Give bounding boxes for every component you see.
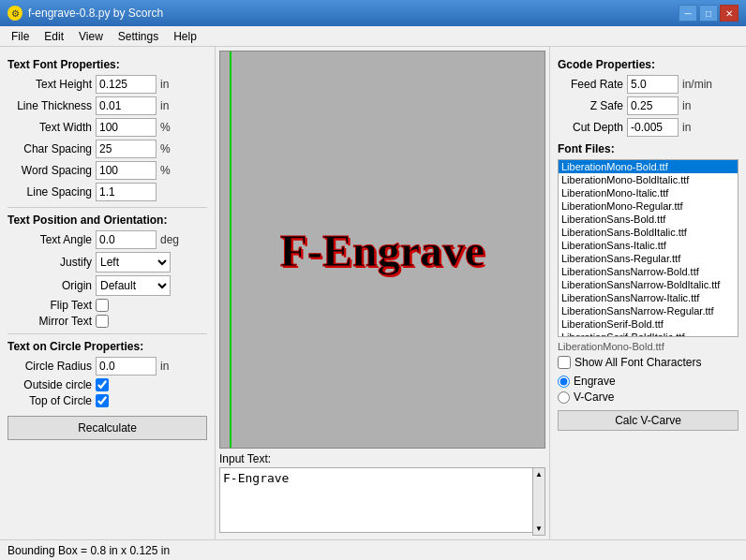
menu-help[interactable]: Help [166, 28, 204, 45]
title-text: f-engrave-0.8.py by Scorch [28, 7, 163, 20]
thickness-label: Line Thickness [7, 99, 92, 112]
menu-bar: File Edit View Settings Help [0, 26, 746, 47]
text-angle-label: Text Angle [7, 233, 92, 246]
circle-radius-label: Circle Radius [7, 360, 92, 373]
text-height-input[interactable] [96, 75, 157, 94]
text-scrollbar[interactable]: ▲ ▼ [532, 467, 545, 536]
right-panel: Gcode Properties: Feed Rate in/min Z Saf… [549, 47, 746, 539]
green-line [230, 52, 231, 448]
text-height-unit: in [160, 78, 169, 91]
title-bar-left: ⚙ f-engrave-0.8.py by Scorch [7, 6, 163, 21]
line-spacing-label: Line Spacing [7, 185, 92, 199]
feed-rate-unit: in/min [682, 78, 712, 91]
left-panel: Text Font Properties: Text Height in Lin… [0, 47, 216, 539]
flip-text-checkbox[interactable] [96, 299, 109, 312]
z-safe-unit: in [682, 99, 691, 112]
origin-label: Origin [7, 279, 92, 292]
font-listbox-item[interactable]: LiberationSans-BoldItalic.ttf [559, 226, 738, 239]
recalculate-button[interactable]: Recalculate [7, 416, 207, 440]
flip-text-label: Flip Text [7, 299, 92, 312]
text-angle-unit: deg [160, 233, 179, 246]
engrave-radio-row: Engrave [558, 375, 739, 388]
feed-rate-row: Feed Rate in/min [558, 75, 739, 94]
font-listbox-item[interactable]: LiberationSansNarrow-Regular.ttf [559, 304, 738, 317]
z-safe-row: Z Safe in [558, 96, 739, 115]
text-angle-input[interactable] [96, 230, 157, 249]
preview-text: F-Engrave [280, 224, 485, 275]
outside-circle-checkbox[interactable] [96, 378, 109, 391]
vcarve-radio-row: V-Carve [558, 391, 739, 404]
top-of-circle-checkbox[interactable] [96, 394, 109, 407]
z-safe-input[interactable] [627, 96, 679, 115]
show-chars-row: Show All Font Characters [558, 356, 739, 369]
font-listbox-item[interactable]: LiberationMono-BoldItalic.ttf [559, 173, 738, 186]
circle-radius-input[interactable] [96, 357, 157, 376]
text-width-input[interactable] [96, 118, 157, 137]
vcarve-radio[interactable] [558, 391, 570, 404]
close-button[interactable]: ✕ [720, 5, 739, 22]
font-listbox-item[interactable]: LiberationSerif-BoldItalic.ttf [559, 331, 738, 337]
main-content: Text Font Properties: Text Height in Lin… [0, 47, 746, 539]
font-listbox-item[interactable]: LiberationSansNarrow-Italic.ttf [559, 291, 738, 304]
font-listbox-item[interactable]: LiberationSansNarrow-Bold.ttf [559, 265, 738, 278]
top-of-circle-label: Top of Circle [7, 394, 92, 407]
engrave-radio[interactable] [558, 376, 570, 388]
outside-circle-label: Outside circle [7, 378, 92, 391]
font-listbox-item[interactable]: LiberationMono-Regular.ttf [559, 199, 738, 213]
menu-view[interactable]: View [71, 28, 111, 45]
text-width-unit: % [160, 121, 171, 134]
char-spacing-row: Char Spacing % [7, 140, 207, 158]
font-listbox-item[interactable]: LiberationSerif-Bold.ttf [559, 317, 738, 331]
char-spacing-unit: % [160, 142, 171, 155]
gcode-section-title: Gcode Properties: [558, 58, 739, 71]
line-spacing-row: Line Spacing [7, 183, 207, 201]
font-listbox-item[interactable]: LiberationSans-Regular.ttf [559, 252, 738, 265]
maximize-button[interactable]: □ [699, 5, 718, 22]
text-angle-row: Text Angle deg [7, 230, 207, 249]
menu-file[interactable]: File [4, 28, 37, 45]
thickness-row: Line Thickness in [7, 96, 207, 115]
selected-font-label: LiberationMono-Bold.ttf [558, 341, 739, 352]
origin-row: Origin Default Top-Left Center [7, 275, 207, 296]
input-text-section: Input Text: ▲ ▼ [219, 452, 545, 536]
font-files-title: Font Files: [558, 142, 739, 155]
char-spacing-input[interactable] [96, 140, 157, 158]
minimize-button[interactable]: ─ [679, 5, 697, 22]
circle-section-title: Text on Circle Properties: [7, 340, 207, 353]
font-listbox-item[interactable]: LiberationMono-Bold.ttf [559, 160, 738, 173]
circle-radius-unit: in [160, 360, 169, 373]
status-text: Bounding Box = 0.8 in x 0.125 in [7, 544, 170, 557]
calc-vcarve-button[interactable]: Calc V-Carve [558, 410, 739, 431]
separator-1 [7, 207, 207, 208]
thickness-input[interactable] [96, 96, 157, 115]
origin-select[interactable]: Default Top-Left Center [96, 275, 171, 296]
cut-depth-row: Cut Depth in [558, 118, 739, 137]
feed-rate-label: Feed Rate [558, 78, 623, 91]
word-spacing-input[interactable] [96, 161, 157, 180]
menu-settings[interactable]: Settings [111, 28, 166, 45]
input-text-container: ▲ ▼ [219, 467, 545, 536]
engrave-label: Engrave [574, 375, 616, 388]
font-listbox-item[interactable]: LiberationSans-Bold.ttf [559, 213, 738, 226]
app-icon: ⚙ [7, 6, 22, 21]
font-listbox-item[interactable]: LiberationSansNarrow-BoldItalic.ttf [559, 278, 738, 291]
input-text-area[interactable] [219, 467, 545, 533]
font-listbox[interactable]: LiberationMono-Bold.ttfLiberationMono-Bo… [558, 159, 739, 337]
char-spacing-label: Char Spacing [7, 142, 92, 155]
title-bar: ⚙ f-engrave-0.8.py by Scorch ─ □ ✕ [0, 0, 746, 26]
cut-depth-input[interactable] [627, 118, 679, 137]
cut-depth-label: Cut Depth [558, 121, 623, 134]
justify-select[interactable]: Left Center Right [96, 252, 171, 273]
feed-rate-input[interactable] [627, 75, 679, 94]
show-chars-checkbox[interactable] [558, 356, 571, 369]
word-spacing-row: Word Spacing % [7, 161, 207, 180]
mirror-text-checkbox[interactable] [96, 315, 109, 328]
font-listbox-item[interactable]: LiberationMono-Italic.ttf [559, 186, 738, 199]
font-listbox-item[interactable]: LiberationSans-Italic.ttf [559, 239, 738, 252]
title-buttons: ─ □ ✕ [679, 5, 739, 22]
text-width-label: Text Width [7, 121, 92, 134]
preview-area: F-Engrave [219, 51, 545, 449]
flip-text-row: Flip Text [7, 299, 207, 312]
menu-edit[interactable]: Edit [37, 28, 71, 45]
line-spacing-input[interactable] [96, 183, 157, 201]
